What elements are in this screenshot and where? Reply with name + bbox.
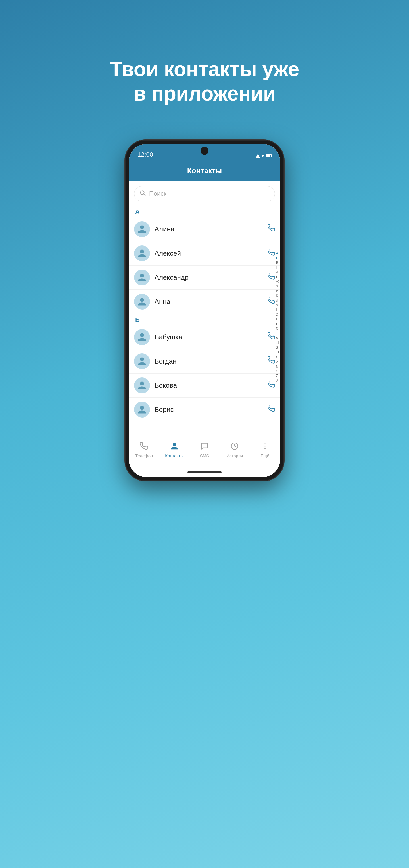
alpha-letter[interactable]: Р: [276, 322, 278, 327]
phone-camera: [200, 147, 209, 155]
avatar: [134, 329, 150, 345]
contact-name: Бокова: [155, 381, 263, 390]
alpha-letter[interactable]: К: [276, 294, 278, 298]
alpha-letter[interactable]: Ю: [276, 350, 279, 355]
contact-item-bogdan[interactable]: Богдан: [129, 349, 280, 373]
alpha-letter[interactable]: Г: [276, 266, 278, 270]
search-bar[interactable]: Поиск: [134, 186, 275, 202]
contacts-list[interactable]: Поиск А Алина: [129, 181, 280, 437]
avatar: [134, 353, 150, 369]
phone-call-icon[interactable]: [268, 297, 275, 306]
alpha-letter[interactable]: И: [276, 289, 279, 294]
avatar: [134, 221, 150, 237]
battery-icon: [266, 154, 272, 157]
alpha-letter[interactable]: Ж: [276, 280, 279, 284]
phone-call-icon[interactable]: [268, 273, 275, 282]
section-letter-b: Б: [129, 314, 280, 325]
contact-item-aleksey[interactable]: Алексей: [129, 241, 280, 266]
history-tab-icon: [231, 442, 239, 452]
contact-name: Богдан: [155, 357, 263, 365]
alpha-letter[interactable]: Л: [276, 299, 278, 303]
contacts-tab-icon: [170, 442, 178, 452]
alpha-letter[interactable]: Н: [276, 308, 279, 312]
phone-call-icon[interactable]: [268, 332, 275, 342]
phone-call-icon[interactable]: [268, 405, 275, 414]
alpha-letter[interactable]: З: [276, 284, 278, 289]
phone-frame: 12:00 ▾ Контакты: [125, 140, 284, 481]
status-time: 12:00: [137, 151, 153, 158]
signal-icon: [256, 154, 260, 158]
nav-item-history[interactable]: История: [223, 442, 246, 458]
more-tab-icon: [261, 442, 269, 452]
home-indicator: [129, 468, 280, 477]
contact-name: Бабушка: [155, 333, 263, 341]
nav-item-more[interactable]: Ещё: [254, 442, 276, 458]
alpha-letter[interactable]: О: [276, 313, 278, 317]
alpha-letter[interactable]: O: [276, 369, 278, 374]
contact-item-alina[interactable]: Алина: [129, 217, 280, 241]
phone-tab-icon: [140, 442, 148, 452]
app-bar: Контакты: [129, 161, 280, 181]
section-letter-a: А: [129, 206, 280, 217]
nav-item-contacts[interactable]: Контакты: [163, 442, 186, 458]
contact-item-aleksandr[interactable]: Александр: [129, 266, 280, 290]
nav-item-phone[interactable]: Телефон: [133, 442, 155, 458]
avatar: [134, 270, 150, 285]
alpha-letter[interactable]: #: [276, 379, 278, 383]
wifi-icon: ▾: [261, 153, 264, 158]
alpha-letter[interactable]: Я: [276, 355, 279, 360]
alpha-letter[interactable]: Т: [276, 332, 278, 336]
contact-item-babushka[interactable]: Бабушка: [129, 325, 280, 349]
contact-item-boris[interactable]: Борис: [129, 398, 280, 422]
contact-item-bokova[interactable]: Бокова: [129, 373, 280, 398]
phone-screen: 12:00 ▾ Контакты: [129, 144, 280, 477]
alpha-letter[interactable]: М: [276, 303, 279, 308]
contact-name: Анна: [155, 298, 263, 306]
phone-call-icon[interactable]: [268, 249, 275, 258]
phone-call-icon[interactable]: [268, 381, 275, 390]
avatar: [134, 402, 150, 417]
search-placeholder: Поиск: [149, 190, 166, 197]
nav-label-contacts: Контакты: [165, 453, 184, 458]
phone-call-icon[interactable]: [268, 224, 275, 234]
alphabet-sidebar[interactable]: А Б В Г Д Е Ж З И К Л М Н О П Р С: [276, 201, 279, 434]
nav-item-sms[interactable]: SMS: [193, 442, 216, 458]
alpha-letter[interactable]: Е: [276, 275, 278, 279]
svg-point-3: [264, 443, 265, 444]
avatar: [134, 377, 150, 393]
alpha-letter[interactable]: А: [276, 251, 279, 256]
alpha-letter[interactable]: В: [276, 261, 278, 265]
phone-call-icon[interactable]: [268, 356, 275, 366]
app-bar-title: Контакты: [187, 166, 222, 175]
alpha-letter[interactable]: N: [276, 364, 279, 369]
nav-label-sms: SMS: [200, 453, 209, 458]
alpha-letter[interactable]: Д: [276, 270, 278, 275]
contact-name: Алексей: [155, 249, 263, 257]
svg-point-5: [264, 448, 265, 450]
avatar: [134, 245, 150, 261]
nav-label-history: История: [226, 453, 243, 458]
contact-name: Александр: [155, 274, 263, 281]
avatar: [134, 294, 150, 310]
alpha-letter[interactable]: Ч: [276, 336, 278, 341]
alpha-letter[interactable]: Ш: [276, 341, 279, 345]
contact-item-anna[interactable]: Анна: [129, 290, 280, 314]
hero-title: Твои контакты уже в приложении: [110, 57, 299, 106]
alpha-letter[interactable]: A: [276, 360, 278, 364]
alpha-letter[interactable]: С: [276, 327, 279, 331]
search-icon: [139, 190, 146, 198]
alpha-letter[interactable]: Б: [276, 256, 279, 261]
alpha-letter[interactable]: Z: [276, 374, 278, 378]
status-icons: ▾: [256, 153, 272, 158]
alpha-letter[interactable]: Э: [276, 346, 279, 350]
content-area: Поиск А Алина: [129, 181, 280, 437]
phone-mockup: 12:00 ▾ Контакты: [125, 140, 284, 481]
sms-tab-icon: [200, 442, 209, 452]
contact-name: Алина: [155, 225, 263, 233]
alpha-letter[interactable]: П: [276, 317, 279, 322]
contact-name: Борис: [155, 406, 263, 413]
svg-line-1: [144, 194, 145, 195]
home-bar: [187, 471, 222, 473]
nav-label-more: Ещё: [260, 453, 269, 458]
bottom-nav: Телефон Контакты SMS: [129, 437, 280, 468]
